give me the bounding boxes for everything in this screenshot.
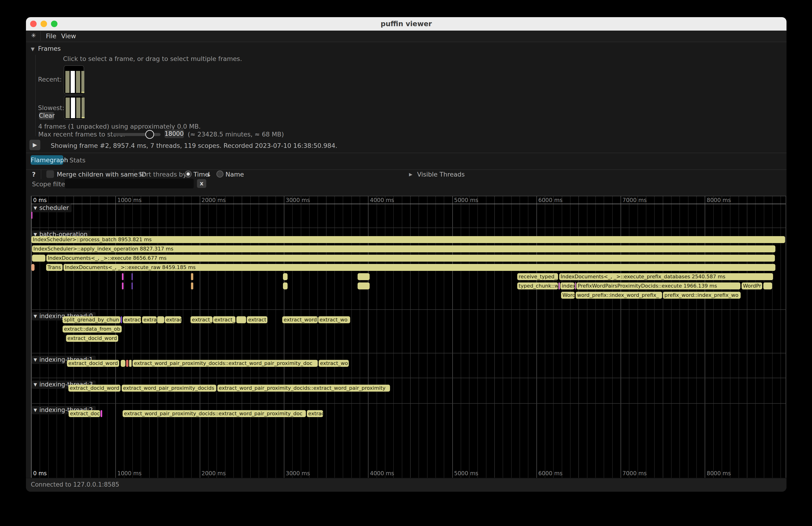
flame-span[interactable]: prefix_word::index_prefix_wo [663,292,741,299]
sort-direction-arrow-icon[interactable]: ↓ [206,171,212,178]
frame-thumbnail-bar[interactable] [71,71,75,93]
flame-span-small[interactable] [157,316,164,323]
flame-span-small[interactable] [358,273,369,280]
flame-span-small[interactable] [121,316,122,323]
flame-span[interactable]: extract_docid_word [67,360,119,367]
recent-frames-thumbnail[interactable] [64,65,84,94]
frame-thumbnail-bar[interactable] [66,71,70,93]
flame-span[interactable]: Word [561,292,575,299]
sort-name-radio[interactable] [216,171,223,177]
flame-span[interactable]: extrac [165,316,182,323]
flame-span-small[interactable] [126,360,128,367]
flame-span[interactable]: extract_w [213,316,235,323]
flame-span[interactable]: extract::data_from_ob [62,325,122,333]
flame-span-small[interactable] [31,264,34,271]
flame-span[interactable]: word_prefix::index_word_prefix_ [576,292,662,299]
flame-span-small[interactable] [191,273,193,280]
frame-thumbnail-bar[interactable] [81,71,84,93]
flame-span[interactable]: extract [247,316,267,323]
merge-children-label[interactable]: Merge children with same ID [57,171,146,178]
flame-span[interactable]: typed_chunk::w [517,282,558,289]
help-button[interactable]: ? [32,171,36,178]
flame-span-small[interactable] [559,282,560,289]
frames-section-header[interactable]: Frames [38,45,61,52]
clear-filter-button[interactable]: x [197,179,206,188]
frame-thumbnail-bar[interactable] [66,98,70,118]
flame-span[interactable]: IndexDocuments<_, _>::execute_raw 8459.1… [63,264,775,271]
flame-span-small[interactable] [122,282,124,289]
flame-span-small[interactable] [132,282,133,289]
sort-time-radio[interactable] [185,171,192,177]
flame-span-small[interactable] [122,273,124,280]
flame-span[interactable]: extra [142,316,157,323]
thread-collapse-triangle-icon[interactable]: ▼ [33,205,37,210]
flame-span-small[interactable] [121,360,125,367]
flame-span[interactable]: Trans [46,264,62,271]
app-asterisk-icon[interactable]: ✳ [31,32,36,39]
merge-children-checkbox[interactable] [46,170,54,178]
flame-span[interactable]: IndexDocuments<_, _>::execute 8656.677 m… [46,255,775,262]
flame-span[interactable]: extract_doc [69,410,100,417]
sort-name-label[interactable]: Name [226,171,244,178]
play-button[interactable]: ▶ [29,140,40,150]
frame-thumbnail-bar[interactable] [82,98,85,118]
flame-span[interactable]: index [560,282,575,289]
frames-collapse-triangle-icon[interactable]: ▼ [31,46,34,52]
flame-span-small[interactable] [575,282,576,289]
flame-span[interactable]: extrac [307,410,323,417]
max-frames-value[interactable]: 18000 [164,130,184,138]
thread-collapse-triangle-icon[interactable]: ▼ [33,313,37,319]
flame-span[interactable]: extract [123,316,141,323]
flame-span[interactable]: extract_word [282,316,318,323]
slowest-frames-thumbnail[interactable] [64,96,84,120]
flame-span[interactable]: IndexDocuments<_, _>::execute_prefix_dat… [559,273,773,280]
flame-span[interactable]: extract_wo [318,316,350,323]
flame-span[interactable]: extract_word_pair_proximity_docids [122,385,216,392]
flame-span-small[interactable] [129,360,132,367]
visible-threads-header[interactable]: Visible Threads [417,171,465,178]
flame-span[interactable]: extract_word_pair_proximity_docids::extr… [217,385,390,392]
frame-thumbnail-bar[interactable] [76,71,80,93]
flame-span-small[interactable] [763,282,772,289]
max-frames-slider-knob[interactable] [145,130,154,139]
tab-flamegraph[interactable]: Flamegraph [31,155,63,165]
recent-label: Recent: [38,76,62,83]
flame-span[interactable]: extract_docid_word [68,385,120,392]
flame-span[interactable]: extract_ [190,316,213,323]
frame-thumbnail-bar[interactable] [76,98,81,118]
tab-stats[interactable]: Stats [70,157,86,164]
flame-span-small[interactable] [31,212,32,219]
frame-thumbnail-tick [81,92,84,93]
flame-span[interactable]: extract_word_pair_proximity_docids::extr… [133,360,318,367]
flame-span[interactable]: split_grenad_by_chun [62,316,120,323]
menu-view[interactable]: View [61,32,76,40]
flame-span-small[interactable] [132,273,133,280]
thread-header[interactable]: ▼scheduler [32,204,72,212]
flame-span-small[interactable] [191,282,193,289]
flame-span[interactable]: PrefixWordPairsProximityDocids::execute … [576,282,740,289]
flame-span-small[interactable] [283,273,288,280]
flame-span-small[interactable] [236,316,246,323]
clear-button[interactable]: Clear [39,112,54,120]
flame-span[interactable]: extract_wo [319,360,349,367]
axis-tick-label-bottom: 6000 ms [538,470,563,477]
thread-collapse-triangle-icon[interactable]: ▼ [33,382,37,387]
flame-span[interactable]: WordPr [742,282,762,289]
flame-span[interactable]: receive_typed_ [517,273,558,280]
flame-span-small[interactable] [358,282,369,289]
flame-span-small[interactable] [283,282,288,289]
visible-threads-collapse-triangle-icon[interactable]: ▶ [409,172,412,177]
flame-span-small[interactable] [32,255,45,262]
flame-span[interactable]: extract_word_pair_proximity_docids::extr… [122,410,306,417]
frame-thumbnail-bar[interactable] [71,98,75,118]
flamegraph-canvas[interactable]: 0 ms0 ms1000 ms1000 ms2000 ms2000 ms3000… [31,196,786,478]
flame-span[interactable]: extract_docid_word [66,335,118,342]
menu-file[interactable]: File [46,32,56,40]
thread-collapse-triangle-icon[interactable]: ▼ [33,357,37,362]
thread-collapse-triangle-icon[interactable]: ▼ [33,407,37,412]
flame-span[interactable]: IndexScheduler>::apply_index_operation 8… [32,245,775,252]
window-title: puffin viewer [26,17,786,31]
flame-span[interactable]: IndexScheduler>::process_batch 8953.821 … [31,236,785,243]
flame-span-small[interactable] [101,410,102,417]
scope-filter-input[interactable] [65,179,194,188]
